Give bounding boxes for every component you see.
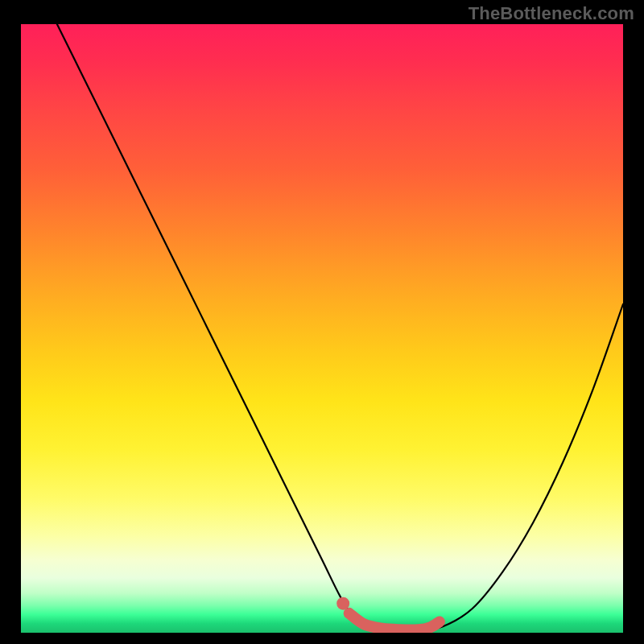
watermark-text: TheBottleneck.com	[469, 3, 634, 24]
curve-layer	[21, 24, 623, 633]
bottleneck-curve	[57, 24, 623, 630]
trough-start-dot	[336, 597, 349, 610]
trough-highlight	[349, 613, 440, 630]
plot-area	[21, 24, 623, 633]
chart-root: TheBottleneck.com	[0, 0, 644, 644]
